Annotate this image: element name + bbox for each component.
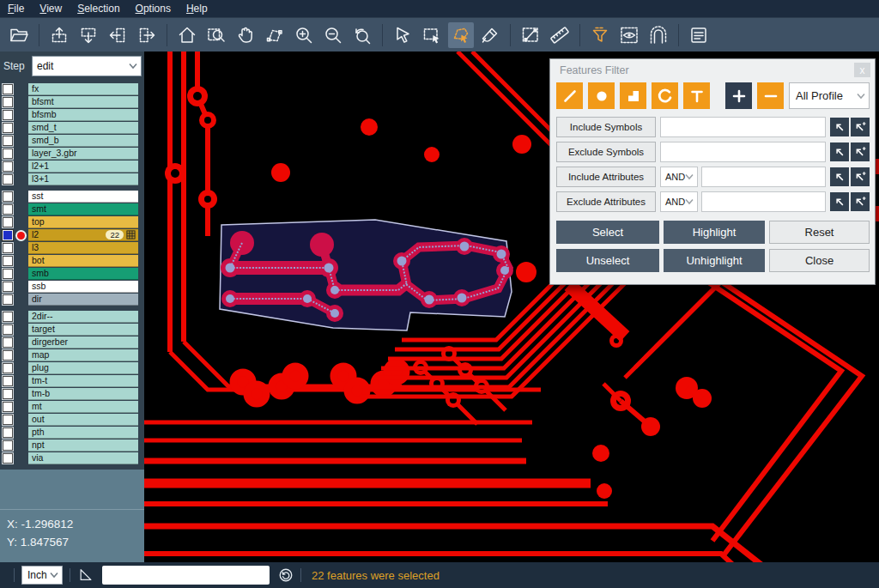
pan-left-icon[interactable] (105, 22, 130, 48)
remove-filter-button[interactable] (757, 82, 784, 109)
net-route-icon[interactable] (646, 22, 671, 48)
pick-add-button[interactable] (851, 192, 870, 211)
menu-item-help[interactable]: Help (179, 3, 215, 15)
pad-filter-button[interactable] (588, 82, 615, 109)
line-filter-button[interactable] (556, 82, 583, 109)
layer-checkbox-2dir-[interactable] (3, 312, 13, 322)
select-rectangle-icon[interactable] (419, 22, 445, 48)
include-attributes-button[interactable]: Include Attributes (556, 167, 656, 187)
layer-table-icon[interactable] (126, 230, 136, 239)
exclude-attributes-input[interactable] (701, 191, 826, 212)
refresh-icon[interactable] (278, 567, 294, 583)
profile-dropdown[interactable]: All Profile (789, 82, 870, 109)
layer-label-dirgerber[interactable]: dirgerber (28, 336, 138, 349)
measure-distance-icon[interactable] (518, 22, 543, 48)
layer-checkbox-l3[interactable] (3, 243, 13, 253)
layer-label-bfsmb[interactable]: bfsmb (28, 109, 138, 121)
layer-checkbox-l3-1[interactable] (3, 174, 13, 185)
layer-label-smd-b[interactable]: smd_b (28, 135, 138, 147)
highlight-button[interactable]: Highlight (664, 221, 765, 244)
exclude-symbols-button[interactable]: Exclude Symbols (556, 142, 656, 162)
exclude-attributes-button[interactable]: Exclude Attributes (556, 191, 656, 212)
layer-label-mt[interactable]: mt (28, 401, 138, 413)
command-input[interactable] (102, 566, 270, 585)
layer-label-l3-1[interactable]: l3+1 (28, 173, 138, 185)
unselect-button[interactable]: Unselect (556, 249, 659, 272)
layer-label-l2-1[interactable]: l2+1 (28, 161, 138, 173)
layer-label-map[interactable]: map (28, 349, 138, 361)
layer-checkbox-bfsmt[interactable] (3, 97, 13, 107)
layer-label-l2[interactable]: l222 (28, 229, 138, 241)
layer-checkbox-layer-3-gbr[interactable] (3, 149, 13, 159)
exclude-symbols-input[interactable] (660, 142, 826, 162)
layer-checkbox-l2-1[interactable] (3, 161, 13, 172)
pick-add-button[interactable] (851, 167, 870, 186)
clear-brush-icon[interactable] (477, 22, 503, 48)
pick-from-canvas-button[interactable] (830, 142, 849, 161)
menu-item-options[interactable]: Options (128, 3, 179, 15)
layer-label-sst[interactable]: sst (28, 191, 138, 203)
layer-checkbox-dirgerber[interactable] (3, 337, 13, 348)
layer-label-tm-t[interactable]: tm-t (28, 375, 138, 387)
dialog-titlebar[interactable]: Features Filter x (550, 59, 875, 81)
measure-ruler-icon[interactable] (547, 22, 573, 48)
layer-checkbox-top[interactable] (3, 217, 13, 227)
zoom-previous-icon[interactable] (349, 22, 375, 48)
layer-label-out[interactable]: out (28, 414, 138, 426)
layer-label-ssb[interactable]: ssb (28, 281, 138, 293)
layer-checkbox-smb[interactable] (3, 269, 13, 279)
layer-label-via[interactable]: via (28, 452, 138, 464)
zoom-in-icon[interactable] (291, 22, 317, 48)
layer-label-2dir-[interactable]: 2dir-- (28, 311, 138, 323)
include-symbols-button[interactable]: Include Symbols (556, 117, 656, 137)
select-button[interactable]: Select (556, 221, 659, 244)
layer-checkbox-pth[interactable] (3, 427, 13, 438)
layer-checkbox-via[interactable] (3, 453, 13, 464)
unhighlight-button[interactable]: Unhighlight (664, 249, 765, 272)
pan-hand-icon[interactable] (233, 22, 258, 48)
layer-label-top[interactable]: top (28, 216, 138, 228)
select-pointer-icon[interactable] (390, 22, 415, 48)
layer-label-bot[interactable]: bot (28, 255, 138, 267)
units-dropdown[interactable]: Inch (21, 566, 63, 585)
layer-checkbox-plug[interactable] (3, 363, 13, 373)
text-filter-button[interactable] (683, 82, 710, 109)
arc-filter-button[interactable] (652, 82, 678, 109)
layer-checkbox-out[interactable] (3, 415, 13, 425)
layer-label-smt[interactable]: smt (28, 203, 138, 215)
add-filter-button[interactable] (725, 82, 752, 109)
home-view-icon[interactable] (174, 22, 200, 48)
layer-checkbox-dir[interactable] (3, 294, 13, 305)
layer-checkbox-npt[interactable] (3, 440, 13, 451)
snap-angle-icon[interactable] (77, 567, 94, 584)
include-attributes-input[interactable] (701, 167, 826, 187)
zoom-area-icon[interactable] (203, 22, 229, 48)
menu-item-view[interactable]: View (32, 3, 70, 15)
pick-add-button[interactable] (851, 142, 870, 161)
layer-label-target[interactable]: target (28, 324, 138, 336)
layer-label-l3[interactable]: l3 (28, 242, 138, 254)
view-eye-icon[interactable] (616, 22, 642, 48)
layer-checkbox-smt[interactable] (3, 204, 13, 215)
pick-from-canvas-button[interactable] (830, 192, 849, 211)
features-filter-icon[interactable] (587, 22, 613, 48)
menu-item-file[interactable]: File (0, 3, 32, 15)
pick-from-canvas-button[interactable] (830, 118, 849, 136)
layer-checkbox-map[interactable] (3, 350, 13, 361)
menu-item-selection[interactable]: Selection (70, 3, 127, 15)
exclude-attributes-operator-dropdown[interactable]: AND (660, 191, 698, 212)
layer-checkbox-smd-t[interactable] (3, 123, 13, 133)
layer-label-plug[interactable]: plug (28, 362, 138, 374)
layer-label-smd-t[interactable]: smd_t (28, 122, 138, 134)
surface-filter-button[interactable] (620, 82, 646, 109)
select-polygon-icon[interactable] (448, 22, 474, 48)
close-button[interactable]: Close (769, 249, 870, 272)
layers-table-icon[interactable] (686, 22, 712, 48)
zoom-polygon-icon[interactable] (262, 22, 288, 48)
layer-label-layer-3-gbr[interactable]: layer_3.gbr (28, 148, 138, 160)
layer-checkbox-smd-b[interactable] (3, 136, 13, 146)
zoom-out-icon[interactable] (320, 22, 346, 48)
layer-label-bfsmt[interactable]: bfsmt (28, 96, 138, 108)
close-icon[interactable]: x (854, 63, 870, 77)
layer-checkbox-fx[interactable] (3, 84, 13, 94)
